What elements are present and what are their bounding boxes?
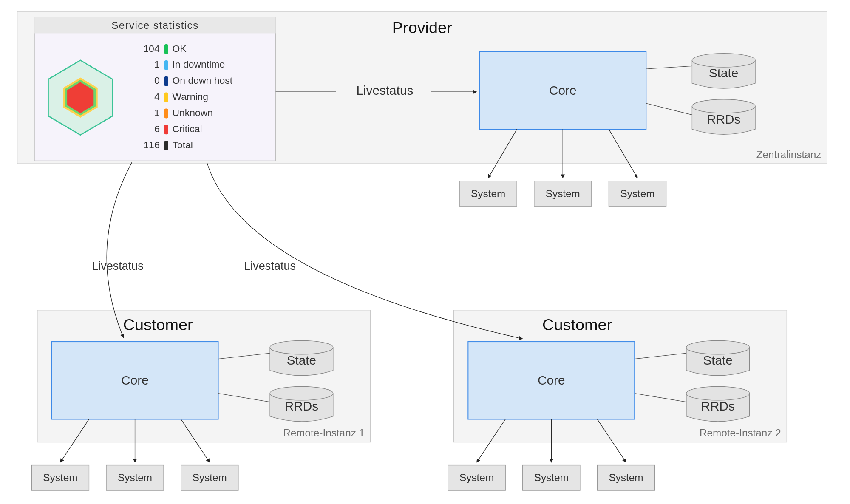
- svg-rect-16: [164, 93, 168, 102]
- svg-text:System: System: [609, 472, 643, 483]
- svg-text:System: System: [459, 472, 494, 483]
- svg-text:System: System: [193, 472, 227, 483]
- svg-text:1: 1: [154, 107, 160, 118]
- svg-text:System: System: [546, 188, 580, 199]
- livestatus-label-provider: Livestatus: [356, 83, 413, 97]
- svg-rect-10: [164, 60, 168, 70]
- provider-sublabel: Zentralinstanz: [756, 149, 822, 160]
- svg-text:1: 1: [154, 59, 160, 70]
- customer2-rrds-db: RRDs: [686, 386, 750, 421]
- livestatus-label-customer2: Livestatus: [244, 260, 296, 272]
- svg-text:System: System: [471, 188, 505, 199]
- svg-text:In downtime: In downtime: [172, 59, 225, 70]
- customer1-core-label: Core: [121, 373, 148, 387]
- svg-text:0: 0: [154, 75, 160, 86]
- svg-rect-25: [164, 141, 168, 150]
- customer1-rrds-db: RRDs: [270, 386, 333, 421]
- svg-text:4: 4: [154, 91, 160, 102]
- svg-text:Unknown: Unknown: [172, 107, 213, 118]
- customer1-sublabel: Remote-Instanz 1: [283, 427, 365, 439]
- livestatus-label-customer1: Livestatus: [92, 260, 144, 272]
- provider-title: Provider: [392, 19, 452, 37]
- svg-text:OK: OK: [172, 43, 187, 54]
- svg-text:6: 6: [154, 123, 160, 134]
- svg-text:System: System: [118, 472, 152, 483]
- svg-text:On down host: On down host: [172, 75, 232, 86]
- svg-text:System: System: [43, 472, 77, 483]
- svg-text:State: State: [709, 66, 738, 80]
- svg-text:State: State: [287, 353, 316, 367]
- svg-text:State: State: [703, 353, 732, 367]
- svg-rect-7: [164, 44, 168, 54]
- customer1-state-db: State: [270, 340, 333, 375]
- svg-text:System: System: [534, 472, 569, 483]
- stats-row-downhost: 0 On down host: [154, 75, 233, 86]
- provider-rrds-db: RRDs: [692, 99, 755, 134]
- customer2-state-db: State: [686, 340, 750, 375]
- svg-text:104: 104: [143, 43, 160, 54]
- architecture-diagram: Provider Zentralinstanz Service statisti…: [0, 0, 850, 504]
- customer1-title: Customer: [123, 316, 193, 334]
- svg-rect-19: [164, 108, 168, 118]
- customer2-sublabel: Remote-Instanz 2: [700, 427, 781, 439]
- service-statistics-panel: Service statistics 104 OK 1 In downtime …: [34, 17, 276, 161]
- svg-text:RRDs: RRDs: [285, 399, 318, 413]
- provider-core-label: Core: [549, 83, 576, 97]
- svg-text:Warning: Warning: [172, 91, 208, 102]
- svg-text:RRDs: RRDs: [707, 112, 740, 126]
- stats-title: Service statistics: [111, 20, 198, 31]
- svg-text:System: System: [620, 188, 654, 199]
- svg-text:116: 116: [143, 139, 159, 150]
- svg-text:Total: Total: [172, 139, 193, 150]
- svg-rect-22: [164, 125, 168, 134]
- customer2-title: Customer: [542, 316, 612, 334]
- svg-rect-13: [164, 76, 168, 86]
- svg-text:Critical: Critical: [172, 123, 202, 134]
- provider-state-db: State: [692, 54, 755, 88]
- customer2-core-label: Core: [538, 373, 565, 387]
- svg-text:RRDs: RRDs: [701, 399, 735, 413]
